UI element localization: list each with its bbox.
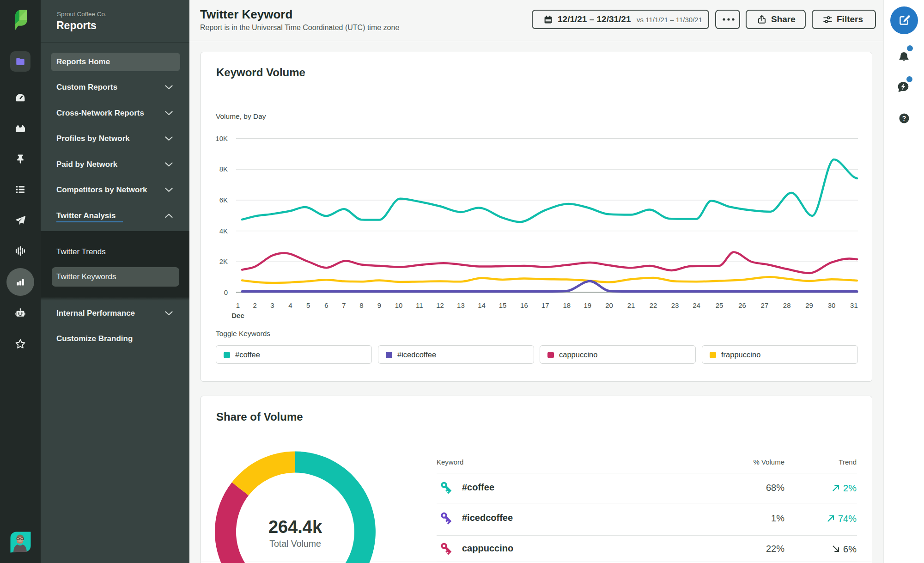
svg-text:2K: 2K bbox=[219, 257, 228, 265]
svg-text:14: 14 bbox=[478, 301, 486, 309]
svg-text:10K: 10K bbox=[215, 135, 228, 142]
svg-text:23: 23 bbox=[671, 301, 679, 309]
svg-text:24: 24 bbox=[693, 301, 700, 309]
svg-text:10: 10 bbox=[395, 301, 403, 309]
svg-text:2: 2 bbox=[253, 301, 256, 309]
svg-text:3: 3 bbox=[270, 301, 274, 309]
svg-text:17: 17 bbox=[541, 301, 549, 309]
svg-text:28: 28 bbox=[783, 301, 791, 309]
svg-text:Dec: Dec bbox=[231, 312, 244, 319]
svg-text:29: 29 bbox=[805, 301, 813, 309]
svg-text:5: 5 bbox=[306, 301, 310, 309]
svg-text:7: 7 bbox=[342, 301, 346, 309]
svg-text:13: 13 bbox=[457, 301, 465, 309]
svg-text:8K: 8K bbox=[219, 165, 228, 173]
svg-text:25: 25 bbox=[716, 301, 723, 309]
svg-text:15: 15 bbox=[499, 301, 507, 309]
svg-text:9: 9 bbox=[377, 301, 381, 309]
svg-text:Total Volume: Total Volume bbox=[269, 539, 321, 549]
svg-text:31: 31 bbox=[850, 301, 858, 309]
svg-text:8: 8 bbox=[359, 301, 363, 309]
svg-text:Toggle Keywords: Toggle Keywords bbox=[216, 330, 270, 337]
svg-text:Volume, by Day: Volume, by Day bbox=[216, 112, 266, 120]
svg-text:?: ? bbox=[902, 115, 906, 122]
svg-text:1: 1 bbox=[236, 301, 240, 309]
svg-text:6: 6 bbox=[324, 301, 328, 309]
svg-text:26: 26 bbox=[738, 301, 746, 309]
svg-text:20: 20 bbox=[605, 301, 613, 309]
svg-text:21: 21 bbox=[627, 301, 635, 309]
svg-text:6K: 6K bbox=[219, 196, 228, 204]
svg-text:4K: 4K bbox=[219, 227, 228, 235]
svg-text:264.4k: 264.4k bbox=[268, 517, 322, 537]
svg-text:30: 30 bbox=[828, 301, 836, 309]
svg-text:19: 19 bbox=[584, 301, 591, 309]
svg-text:0: 0 bbox=[224, 288, 228, 296]
svg-text:22: 22 bbox=[650, 301, 657, 309]
svg-text:18: 18 bbox=[563, 301, 571, 309]
svg-text:16: 16 bbox=[520, 301, 528, 309]
svg-text:11: 11 bbox=[416, 301, 423, 309]
svg-text:4: 4 bbox=[288, 301, 292, 309]
svg-text:27: 27 bbox=[761, 301, 769, 309]
svg-text:12: 12 bbox=[436, 301, 444, 309]
